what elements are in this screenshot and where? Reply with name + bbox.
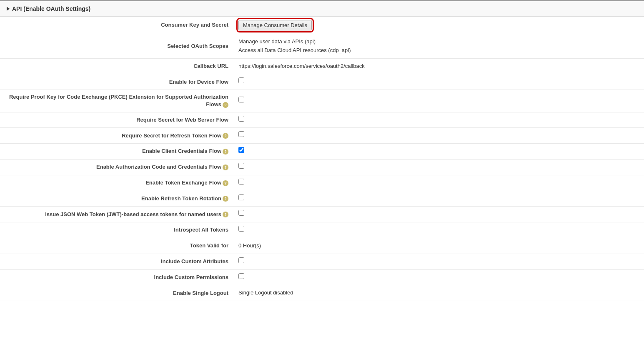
value-callback-url: https://login.salesforce.com/services/oa… [233, 58, 644, 74]
value-device-flow [233, 74, 644, 90]
value-consumer-key: Manage Consumer Details [233, 17, 644, 34]
label-client-credentials: Enable Client Credentials Flow? [0, 144, 233, 160]
label-device-flow: Enable for Device Flow [0, 74, 233, 90]
value-introspect-tokens [233, 222, 644, 238]
help-icon-client-credentials[interactable]: ? [223, 149, 228, 155]
page-container: API (Enable OAuth Settings) Consumer Key… [0, 0, 644, 354]
manage-consumer-details-button[interactable]: Manage Consumer Details [238, 20, 312, 30]
value-custom-attributes [233, 254, 644, 269]
form-row-single-logout: Enable Single LogoutSingle Logout disabl… [0, 285, 644, 301]
form-row-jwt-tokens: Issue JSON Web Token (JWT)-based access … [0, 207, 644, 222]
label-single-logout: Enable Single Logout [0, 285, 233, 301]
label-consumer-key: Consumer Key and Secret [0, 17, 233, 34]
help-icon-refresh-token-rotation[interactable]: ? [223, 196, 228, 202]
checkbox-introspect-tokens[interactable] [238, 226, 244, 232]
value-secret-refresh-token [233, 128, 644, 144]
help-icon-secret-refresh-token[interactable]: ? [223, 133, 228, 139]
form-row-consumer-key: Consumer Key and SecretManage Consumer D… [0, 17, 644, 34]
label-auth-code-credentials: Enable Authorization Code and Credential… [0, 159, 233, 175]
value-oauth-scopes: Manage user data via APIs (api)Access al… [233, 34, 644, 59]
checkbox-refresh-token-rotation[interactable] [238, 194, 244, 200]
help-icon-jwt-tokens[interactable]: ? [223, 212, 228, 217]
value-single-logout: Single Logout disabled [233, 285, 644, 301]
form-row-oauth-scopes: Selected OAuth ScopesManage user data vi… [0, 34, 644, 59]
value-jwt-tokens [233, 207, 644, 222]
form-row-secret-refresh-token: Require Secret for Refresh Token Flow? [0, 128, 644, 144]
form-row-pkce: Require Proof Key for Code Exchange (PKC… [0, 90, 644, 112]
checkbox-secret-web-server[interactable] [238, 116, 244, 122]
section-title: API (Enable OAuth Settings) [12, 5, 90, 12]
form-row-secret-web-server: Require Secret for Web Server Flow [0, 112, 644, 128]
checkbox-client-credentials[interactable] [238, 147, 244, 153]
label-token-valid: Token Valid for [0, 238, 233, 254]
checkbox-auth-code-credentials[interactable] [238, 163, 244, 169]
value-pkce [233, 90, 644, 112]
label-pkce: Require Proof Key for Code Exchange (PKC… [0, 90, 233, 112]
help-icon-auth-code-credentials[interactable]: ? [223, 165, 228, 170]
collapse-icon[interactable] [7, 7, 10, 11]
form-row-custom-permissions: Include Custom Permissions [0, 269, 644, 285]
form-row-refresh-token-rotation: Enable Refresh Token Rotation? [0, 191, 644, 207]
form-row-token-valid: Token Valid for0 Hour(s) [0, 238, 644, 254]
help-icon-pkce[interactable]: ? [223, 102, 228, 108]
label-token-exchange: Enable Token Exchange Flow? [0, 175, 233, 191]
value-auth-code-credentials [233, 159, 644, 175]
label-custom-permissions: Include Custom Permissions [0, 269, 233, 285]
checkbox-custom-permissions[interactable] [238, 273, 244, 279]
label-jwt-tokens: Issue JSON Web Token (JWT)-based access … [0, 207, 233, 222]
label-custom-attributes: Include Custom Attributes [0, 254, 233, 269]
checkbox-custom-attributes[interactable] [238, 257, 244, 263]
label-oauth-scopes: Selected OAuth Scopes [0, 34, 233, 59]
form-row-custom-attributes: Include Custom Attributes [0, 254, 644, 269]
value-token-exchange [233, 175, 644, 191]
checkbox-jwt-tokens[interactable] [238, 210, 244, 216]
form-row-device-flow: Enable for Device Flow [0, 74, 644, 90]
label-secret-web-server: Require Secret for Web Server Flow [0, 112, 233, 128]
section-header: API (Enable OAuth Settings) [0, 1, 644, 17]
label-secret-refresh-token: Require Secret for Refresh Token Flow? [0, 128, 233, 144]
form-row-callback-url: Callback URLhttps://login.salesforce.com… [0, 58, 644, 74]
form-row-introspect-tokens: Introspect All Tokens [0, 222, 644, 238]
value-secret-web-server [233, 112, 644, 128]
checkbox-pkce[interactable] [238, 97, 244, 102]
value-token-valid: 0 Hour(s) [233, 238, 644, 254]
label-introspect-tokens: Introspect All Tokens [0, 222, 233, 238]
checkbox-token-exchange[interactable] [238, 179, 244, 184]
label-callback-url: Callback URL [0, 58, 233, 74]
label-refresh-token-rotation: Enable Refresh Token Rotation? [0, 191, 233, 207]
value-client-credentials [233, 144, 644, 160]
form-row-auth-code-credentials: Enable Authorization Code and Credential… [0, 159, 644, 175]
checkbox-secret-refresh-token[interactable] [238, 131, 244, 137]
value-refresh-token-rotation [233, 191, 644, 207]
checkbox-device-flow[interactable] [238, 77, 244, 83]
value-custom-permissions [233, 269, 644, 285]
settings-table: Consumer Key and SecretManage Consumer D… [0, 17, 644, 301]
form-row-client-credentials: Enable Client Credentials Flow? [0, 144, 644, 160]
help-icon-token-exchange[interactable]: ? [223, 180, 228, 186]
form-row-token-exchange: Enable Token Exchange Flow? [0, 175, 644, 191]
